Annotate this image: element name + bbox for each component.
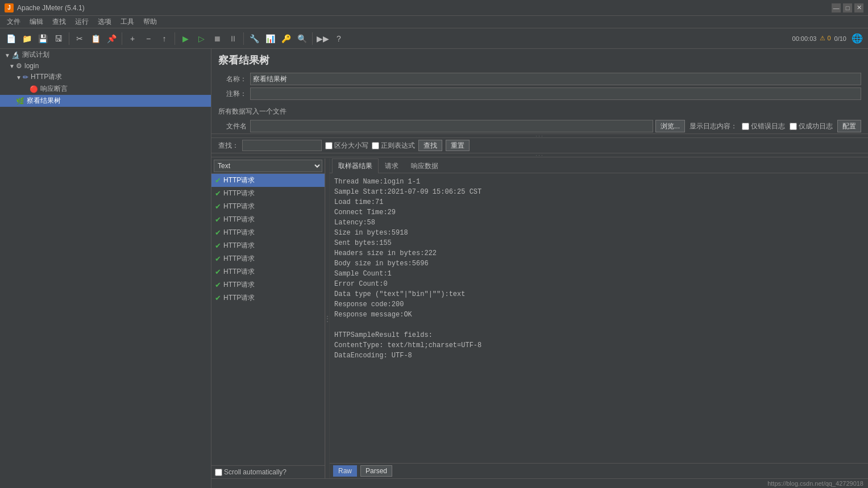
minimize-button[interactable]: — [832, 3, 841, 12]
vertical-drag-handle[interactable]: ⋮ [325, 159, 330, 478]
tabs-row: 取样器结果 请求 响应数据 [330, 159, 868, 173]
result-item-2[interactable]: ✔ HTTP请求 [211, 200, 325, 213]
success-only-label[interactable]: 仅成功日志 [790, 122, 833, 131]
success-icon-6: ✔ [215, 255, 221, 263]
separator-2 [122, 32, 122, 45]
menu-edit[interactable]: 编辑 [25, 16, 48, 28]
line-16: ContentType: text/html;charset=UTF-8 [334, 340, 863, 351]
line-12: Response code:200 [334, 299, 863, 310]
result-label-6: HTTP请求 [223, 254, 255, 264]
file-input[interactable] [250, 120, 653, 132]
scroll-auto-label[interactable]: Scroll automatically? [215, 468, 286, 476]
line-4: Latency:58 [334, 218, 863, 228]
comment-input[interactable] [250, 87, 861, 100]
raw-button[interactable]: Raw [333, 465, 357, 477]
run-remote-button[interactable]: ▶▶ [315, 31, 330, 46]
errors-only-label[interactable]: 仅错误日志 [742, 122, 785, 131]
icon-assertion: 🔴 [30, 85, 38, 93]
result-item-0[interactable]: ✔ HTTP请求 [211, 174, 325, 187]
result-format-select[interactable]: Text RegExp Tester CSS/JQuery XPath Test… [214, 160, 322, 172]
errors-only-checkbox[interactable] [742, 123, 749, 130]
arrow-test-plan: ▼ [5, 52, 10, 58]
result-item-1[interactable]: ✔ HTTP请求 [211, 187, 325, 200]
cut-button[interactable]: ✂ [72, 31, 87, 46]
remote-button[interactable]: 🌐 [850, 31, 865, 46]
case-sensitive-checkbox[interactable] [325, 142, 333, 149]
menu-help[interactable]: 帮助 [139, 16, 161, 28]
menu-tools[interactable]: 工具 [116, 16, 139, 28]
shutdown-button[interactable]: ⏸ [226, 31, 240, 46]
new-button[interactable]: 📄 [3, 31, 18, 46]
maximize-button[interactable]: □ [843, 3, 852, 12]
clear-all-button[interactable]: 📊 [263, 31, 277, 46]
tab-request[interactable]: 请求 [379, 159, 405, 173]
tab-response-data[interactable]: 响应数据 [405, 159, 445, 173]
functions-button[interactable]: 🔑 [279, 31, 293, 46]
menu-run[interactable]: 运行 [70, 16, 93, 28]
close-button[interactable]: ✕ [854, 3, 863, 12]
label-assertion: 响应断言 [40, 84, 68, 94]
success-icon-3: ✔ [215, 215, 221, 224]
regex-label[interactable]: 正则表达式 [372, 141, 415, 151]
save-button[interactable]: 💾 [35, 31, 50, 46]
search-button[interactable]: 查找 [418, 140, 442, 151]
result-item-4[interactable]: ✔ HTTP请求 [211, 226, 325, 239]
search-label: 查找： [218, 141, 239, 151]
title-bar: J Apache JMeter (5.4.1) — □ ✕ [0, 0, 868, 16]
add-button[interactable]: + [125, 31, 140, 46]
toolbar-right: 00:00:03 ⚠ 0 0/10 🌐 [792, 31, 865, 46]
result-item-9[interactable]: ✔ HTTP请求 [211, 291, 325, 305]
reset-button[interactable]: 重置 [446, 140, 470, 151]
start-no-pause-button[interactable]: ▷ [194, 31, 209, 46]
case-sensitive-label[interactable]: 区分大小写 [325, 141, 368, 151]
success-only-checkbox[interactable] [790, 123, 797, 130]
result-item-7[interactable]: ✔ HTTP请求 [211, 265, 325, 278]
move-up-button[interactable]: ↑ [157, 31, 172, 46]
parsed-button[interactable]: Parsed [360, 465, 392, 477]
browse-button[interactable]: 浏览... [655, 120, 685, 132]
result-item-6[interactable]: ✔ HTTP请求 [211, 252, 325, 265]
tab-sample-result[interactable]: 取样器结果 [332, 159, 379, 173]
menu-bar: 文件 编辑 查找 运行 选项 工具 帮助 [0, 16, 868, 28]
regex-checkbox[interactable] [372, 142, 379, 149]
menu-options[interactable]: 选项 [93, 16, 116, 28]
name-row: 名称： [218, 73, 861, 85]
horizontal-divider-1[interactable]: ··· [211, 134, 868, 138]
help-button[interactable]: ? [331, 31, 346, 46]
result-item-5[interactable]: ✔ HTTP请求 [211, 239, 325, 252]
paste-button[interactable]: 📌 [104, 31, 119, 46]
copy-button[interactable]: 📋 [88, 31, 103, 46]
open-button[interactable]: 📁 [19, 31, 34, 46]
tree-item-test-plan[interactable]: ▼ 🔬 测试计划 [0, 49, 211, 61]
save-as-button[interactable]: 🖫 [51, 31, 66, 46]
stop-button[interactable]: ⏹ [210, 31, 225, 46]
result-item-3[interactable]: ✔ HTTP请求 [211, 213, 325, 226]
line-2: Load time:71 [334, 197, 863, 207]
tree-item-http[interactable]: ▼ ✏ HTTP请求 [0, 71, 211, 83]
icon-login: ⚙ [16, 62, 22, 70]
success-icon-0: ✔ [215, 176, 221, 185]
tree-item-login[interactable]: ▼ ⚙ login [0, 61, 211, 71]
menu-file[interactable]: 文件 [2, 16, 25, 28]
name-input[interactable] [250, 73, 861, 85]
arrow-http: ▼ [16, 74, 22, 80]
start-button[interactable]: ▶ [178, 31, 193, 46]
result-item-8[interactable]: ✔ HTTP请求 [211, 278, 325, 291]
line-10: Error Count:0 [334, 279, 863, 289]
scroll-auto-checkbox[interactable] [215, 469, 222, 476]
menu-find[interactable]: 查找 [48, 16, 70, 28]
separator-1 [69, 32, 69, 45]
tree-item-assertion[interactable]: 🔴 响应断言 [0, 83, 211, 95]
config-button[interactable]: 配置 [837, 120, 861, 132]
line-0: Thread Name:login 1-1 [334, 177, 863, 187]
remove-button[interactable]: − [141, 31, 156, 46]
search-bar: 查找： 区分大小写 正则表达式 查找 重置 [211, 138, 868, 153]
clear-button[interactable]: 🔧 [247, 31, 261, 46]
format-row: Text RegExp Tester CSS/JQuery XPath Test… [211, 159, 325, 174]
horizontal-divider-2[interactable]: ··· [211, 153, 868, 157]
search-button[interactable]: 🔍 [294, 31, 309, 46]
arrow-assertion [23, 86, 28, 92]
warning-indicator: ⚠ 0 [820, 35, 830, 42]
tree-item-result-tree[interactable]: 🌿 察看结果树 [0, 95, 211, 107]
search-input[interactable] [242, 140, 322, 151]
